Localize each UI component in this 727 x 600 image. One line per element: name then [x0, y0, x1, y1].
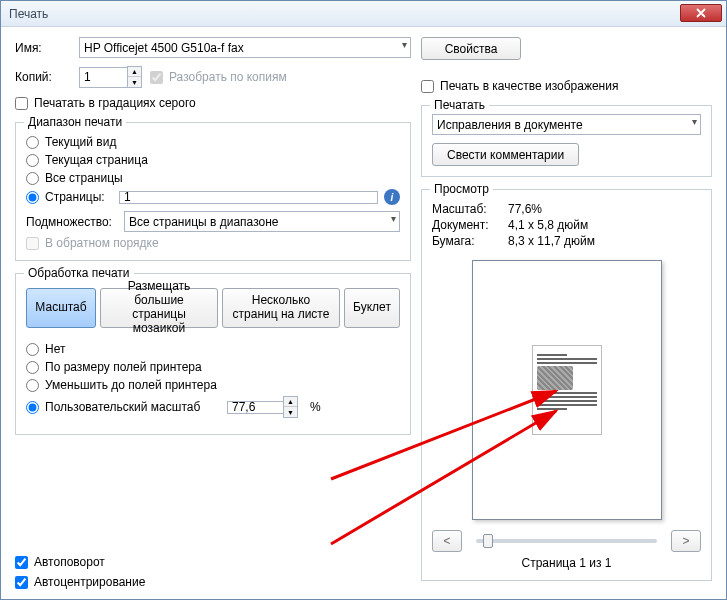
as-image-label: Печать в качестве изображения — [440, 79, 618, 93]
grayscale-checkbox[interactable]: Печатать в градациях серого — [15, 96, 411, 110]
pages-input[interactable] — [119, 191, 378, 204]
preview-nav: < > — [432, 530, 701, 552]
page-handling-group: Обработка печати Масштаб Размещать больш… — [15, 273, 411, 435]
name-label: Имя: — [15, 41, 71, 55]
print-what-legend: Печатать — [430, 98, 489, 112]
custom-scale-input[interactable] — [227, 401, 283, 414]
print-range-legend: Диапазон печати — [24, 115, 126, 129]
fit-margins[interactable]: По размеру полей принтера — [26, 360, 400, 374]
printer-combo[interactable]: HP Officejet 4500 G510a-f fax — [79, 37, 411, 58]
page-status: Страница 1 из 1 — [522, 556, 612, 570]
preview-scale-value: 77,6% — [508, 202, 542, 216]
page-slider[interactable] — [476, 539, 657, 543]
print-what-select[interactable]: Исправления в документе — [432, 114, 701, 135]
collate-label: Разобрать по копиям — [169, 70, 287, 84]
range-pages-row: Страницы: i — [26, 189, 400, 205]
reverse-label: В обратном порядке — [45, 236, 159, 250]
spin-up-icon[interactable]: ▲ — [284, 397, 297, 407]
custom-scale-radio[interactable] — [26, 401, 39, 414]
grayscale-check[interactable] — [15, 97, 28, 110]
percent-label: % — [310, 400, 321, 414]
properties-button[interactable]: Свойства — [421, 37, 521, 60]
range-current-view[interactable]: Текущий вид — [26, 135, 400, 149]
printer-row: Имя: HP Officejet 4500 G510a-f fax — [15, 37, 411, 58]
auto-rotate-checkbox[interactable]: Автоповорот — [15, 555, 411, 569]
dialog-body: Имя: HP Officejet 4500 G510a-f fax Копий… — [1, 27, 726, 599]
copies-label: Копий: — [15, 70, 71, 84]
preview-group: Просмотр Масштаб:77,6% Документ:4,1 x 5,… — [421, 189, 712, 581]
copies-row: Копий: ▲▼ Разобрать по копиям — [15, 66, 411, 88]
copies-input[interactable] — [79, 67, 127, 88]
auto-center-label: Автоцентрирование — [34, 575, 145, 589]
print-range-group: Диапазон печати Текущий вид Текущая стра… — [15, 122, 411, 261]
page-thumbnail — [472, 260, 662, 520]
page-handling-legend: Обработка печати — [24, 266, 134, 280]
spin-down-icon[interactable]: ▼ — [284, 407, 297, 417]
next-page-button[interactable]: > — [671, 530, 701, 552]
as-image-check[interactable] — [421, 80, 434, 93]
right-pane: Свойства Печать в качестве изображения П… — [421, 37, 712, 589]
preview-legend: Просмотр — [430, 182, 493, 196]
reverse-order-checkbox: В обратном порядке — [26, 236, 400, 250]
custom-scale-row: Пользовательский масштаб ▲▼ % — [26, 396, 400, 418]
auto-center-check[interactable] — [15, 576, 28, 589]
window-title: Печать — [9, 7, 48, 21]
print-what-group: Печатать Исправления в документе Свести … — [421, 105, 712, 177]
collate-check — [150, 71, 163, 84]
custom-scale-label: Пользовательский масштаб — [45, 400, 221, 414]
preview-scale-label: Масштаб: — [432, 202, 508, 216]
print-as-image-checkbox[interactable]: Печать в качестве изображения — [421, 79, 712, 93]
print-what-combo[interactable]: Исправления в документе — [432, 114, 701, 135]
subset-select[interactable]: Все страницы в диапазоне — [124, 211, 400, 232]
shrink-margins[interactable]: Уменьшить до полей принтера — [26, 378, 400, 392]
printer-select[interactable]: HP Officejet 4500 G510a-f fax — [79, 37, 411, 58]
auto-rotate-check[interactable] — [15, 556, 28, 569]
preview-doc-label: Документ: — [432, 218, 508, 232]
subset-row: Подмножество: Все страницы в диапазоне — [26, 211, 400, 232]
tab-tile[interactable]: Размещать большие страницы мозаикой — [100, 288, 218, 328]
grayscale-label: Печатать в градациях серого — [34, 96, 196, 110]
auto-center-checkbox[interactable]: Автоцентрирование — [15, 575, 411, 589]
summarize-comments-button[interactable]: Свести комментарии — [432, 143, 579, 166]
info-icon[interactable]: i — [384, 189, 400, 205]
titlebar: Печать — [1, 1, 726, 27]
tab-multiple[interactable]: Несколько страниц на листе — [222, 288, 340, 328]
close-button[interactable] — [680, 4, 722, 22]
slider-thumb[interactable] — [483, 534, 493, 548]
document-mini-icon — [532, 345, 602, 435]
preview-paper-label: Бумага: — [432, 234, 508, 248]
copies-spinner[interactable]: ▲▼ — [79, 66, 142, 88]
range-all-pages[interactable]: Все страницы — [26, 171, 400, 185]
prev-page-button[interactable]: < — [432, 530, 462, 552]
preview-paper-value: 8,3 x 11,7 дюйм — [508, 234, 595, 248]
range-current-page[interactable]: Текущая страница — [26, 153, 400, 167]
fit-none[interactable]: Нет — [26, 342, 400, 356]
handling-tabs: Масштаб Размещать большие страницы мозаи… — [26, 288, 400, 328]
preview-doc-value: 4,1 x 5,8 дюйм — [508, 218, 588, 232]
tab-scale[interactable]: Масштаб — [26, 288, 96, 328]
range-pages-radio[interactable] — [26, 191, 39, 204]
close-icon — [696, 8, 706, 18]
range-pages-label: Страницы: — [45, 190, 113, 204]
collate-checkbox: Разобрать по копиям — [150, 70, 287, 84]
reverse-check — [26, 237, 39, 250]
footer-options: Автоповорот Автоцентрирование — [15, 547, 411, 589]
subset-label: Подмножество: — [26, 215, 116, 229]
scale-spin-buttons[interactable]: ▲▼ — [283, 396, 298, 418]
subset-combo[interactable]: Все страницы в диапазоне — [124, 211, 400, 232]
tab-booklet[interactable]: Буклет — [344, 288, 400, 328]
auto-rotate-label: Автоповорот — [34, 555, 105, 569]
print-dialog: Печать Имя: HP Officejet 4500 G510a-f fa… — [0, 0, 727, 600]
copies-spin-buttons[interactable]: ▲▼ — [127, 66, 142, 88]
preview-info: Масштаб:77,6% Документ:4,1 x 5,8 дюйм Бу… — [432, 200, 701, 250]
custom-scale-spinner[interactable]: ▲▼ — [227, 396, 298, 418]
left-pane: Имя: HP Officejet 4500 G510a-f fax Копий… — [15, 37, 411, 589]
spin-down-icon[interactable]: ▼ — [128, 77, 141, 87]
spin-up-icon[interactable]: ▲ — [128, 67, 141, 77]
